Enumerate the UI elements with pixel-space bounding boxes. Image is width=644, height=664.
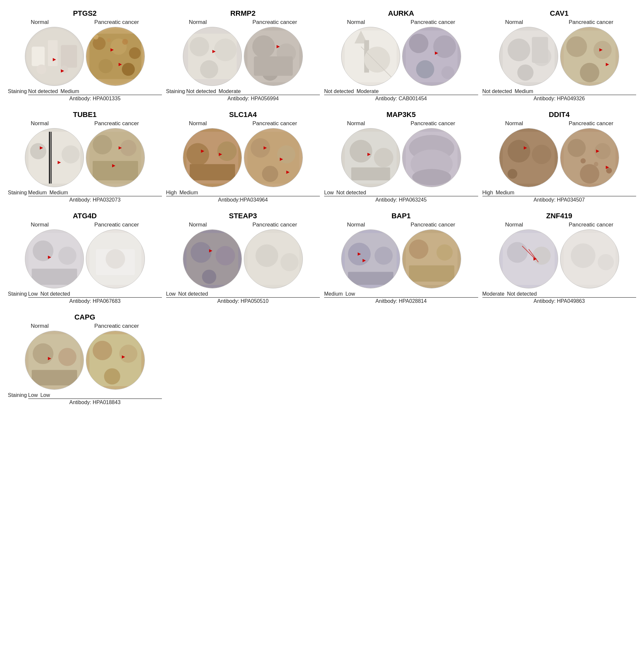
svg-point-104 <box>508 140 530 163</box>
gene-title-map3k5: MAP3K5 <box>387 110 416 119</box>
svg-point-45 <box>416 60 434 78</box>
cancer-label-ddit4: Pancreatic cancer <box>568 120 613 127</box>
panel-rrmp2: RRMP2 Normal Pancreatic cancer <box>165 6 321 103</box>
svg-point-170 <box>119 345 137 363</box>
labels-ddit4: Normal Pancreatic cancer <box>482 120 637 127</box>
svg-point-52 <box>518 65 534 81</box>
svg-point-85 <box>251 138 270 158</box>
svg-point-160 <box>598 254 614 270</box>
cancer-label-rrmp2: Pancreatic cancer <box>252 19 297 25</box>
row-4: CAPG Normal Pancreatic cancer <box>6 310 638 407</box>
empty-panel-1 <box>165 310 321 407</box>
cancer-label-steap3: Pancreatic cancer <box>252 222 297 228</box>
labels-aurka: Normal Pancreatic cancer <box>324 19 478 25</box>
gene-title-aurka: AURKA <box>388 9 414 18</box>
svg-point-71 <box>93 135 112 154</box>
antibody-cav1: Antibody: HPA049326 <box>482 96 637 102</box>
row-2: TUBE1 Normal Pancreatic cancer <box>6 108 638 204</box>
antibody-bap1: Anitbody: HPA028814 <box>324 298 478 304</box>
panel-steap3: STEAP3 Normal Pancreatic cancer <box>165 209 321 306</box>
staining-info-capg: Staining Low Low Antibody: HPA018843 <box>8 392 162 406</box>
svg-point-147 <box>409 240 428 259</box>
staining-info-atg4d: Staining Low Not detected Antibody: HPA0… <box>8 291 162 304</box>
cancer-label-ptgs2: Pancreatic cancer <box>95 19 139 25</box>
cancer-staining-znf419: Not detected <box>507 291 537 297</box>
svg-point-46 <box>441 66 454 79</box>
panel-bap1: BAP1 Normal Pancreatic cancer <box>323 209 479 306</box>
labels-ptgs2: Normal Pancreatic cancer <box>8 19 162 25</box>
normal-staining-ptgs2: Not detected <box>28 88 58 95</box>
svg-point-93 <box>349 140 372 163</box>
svg-point-56 <box>566 36 587 57</box>
images-znf419 <box>499 229 619 288</box>
cancer-staining-ptgs2: Medium <box>61 88 79 95</box>
antibody-map3k5: Antibody: HPA063245 <box>324 197 478 203</box>
svg-point-18 <box>107 38 111 42</box>
normal-staining-map3k5: Low <box>324 190 334 196</box>
svg-rect-4 <box>61 45 77 67</box>
cancer-label-atg4d: Pancreatic cancer <box>95 222 139 228</box>
staining-info-map3k5: Low Not detected Antibody: HPA063245 <box>324 190 478 203</box>
svg-point-164 <box>58 348 76 366</box>
svg-point-19 <box>122 39 128 45</box>
images-ptgs2 <box>25 27 145 86</box>
images-map3k5 <box>341 128 461 187</box>
staining-info-rrmp2: Staining Not detected Moderate Antibody:… <box>166 88 320 102</box>
normal-tissue-capg <box>25 331 84 390</box>
gene-title-cav1: CAV1 <box>550 9 568 18</box>
svg-point-26 <box>200 60 218 78</box>
images-slc1a4 <box>183 128 303 187</box>
antibody-ptgs2: Antibody: HPA001335 <box>28 96 162 102</box>
gene-title-ddit4: DDIT4 <box>548 110 569 119</box>
staining-info-slc1a4: High Medium Antibody:HPA034964 <box>166 190 320 203</box>
cancer-staining-ddit4: Medium <box>496 190 514 196</box>
normal-label-tube1: Normal <box>31 120 49 127</box>
gene-title-steap3: STEAP3 <box>229 212 257 220</box>
normal-staining-cav1: Not detected <box>482 88 512 95</box>
cancer-tissue-cav1 <box>560 27 619 86</box>
normal-tissue-znf419 <box>499 229 558 288</box>
images-ddit4 <box>499 128 619 187</box>
svg-point-113 <box>581 158 586 164</box>
cancer-tissue-atg4d <box>86 229 145 288</box>
svg-point-131 <box>216 246 235 265</box>
normal-staining-steap3: Low <box>166 291 176 297</box>
svg-point-101 <box>412 169 451 185</box>
svg-point-16 <box>122 63 135 76</box>
normal-staining-znf419: Moderate <box>482 291 505 297</box>
gene-title-ptgs2: PTGS2 <box>73 9 97 18</box>
svg-point-72 <box>120 140 136 156</box>
labels-bap1: Normal Pancreatic cancer <box>324 222 478 228</box>
staining-label-atg4d: Staining <box>8 291 27 297</box>
labels-tube1: Normal Pancreatic cancer <box>8 120 162 127</box>
svg-point-24 <box>190 37 209 56</box>
staining-info-bap1: Medium Low Anitbody: HPA028814 <box>324 291 478 304</box>
panel-slc1a4: SLC1A4 Normal Pancreatic cancer <box>165 108 321 204</box>
staining-label-ptgs2: Staining <box>8 88 27 95</box>
cancer-staining-bap1: Low <box>346 291 355 297</box>
normal-tissue-ptgs2 <box>25 27 84 86</box>
normal-label-cav1: Normal <box>505 19 523 25</box>
cancer-label-slc1a4: Pancreatic cancer <box>252 120 297 127</box>
cancer-label-bap1: Pancreatic cancer <box>411 222 455 228</box>
svg-point-65 <box>30 143 46 159</box>
cancer-label-cav1: Pancreatic cancer <box>568 19 613 25</box>
staining-info-tube1: Staining Medium Medium Antibody: HPA0320… <box>8 190 162 203</box>
staining-info-ptgs2: Staining Not detected Medium Antibody: H… <box>8 88 162 102</box>
svg-rect-53 <box>532 37 548 63</box>
staining-info-cav1: Not detected Medium Antibody: HPA049326 <box>482 88 637 102</box>
svg-rect-95 <box>351 167 390 181</box>
svg-point-159 <box>571 244 596 268</box>
row-1: PTGS2 Normal Pancreatic cancer <box>6 6 638 103</box>
normal-staining-atg4d: Low <box>28 291 38 297</box>
svg-point-127 <box>106 249 125 268</box>
svg-point-44 <box>433 35 456 58</box>
normal-staining-tube1: Medium <box>28 190 47 196</box>
gene-title-atg4d: ATG4D <box>73 212 97 220</box>
normal-staining-aurka: Not detected <box>324 88 354 95</box>
cancer-staining-capg: Low <box>40 392 50 398</box>
normal-tissue-aurka <box>341 27 400 86</box>
svg-rect-165 <box>32 370 77 386</box>
images-steap3 <box>183 229 303 288</box>
panel-cav1: CAV1 Normal Pancreatic cancer <box>481 6 638 103</box>
